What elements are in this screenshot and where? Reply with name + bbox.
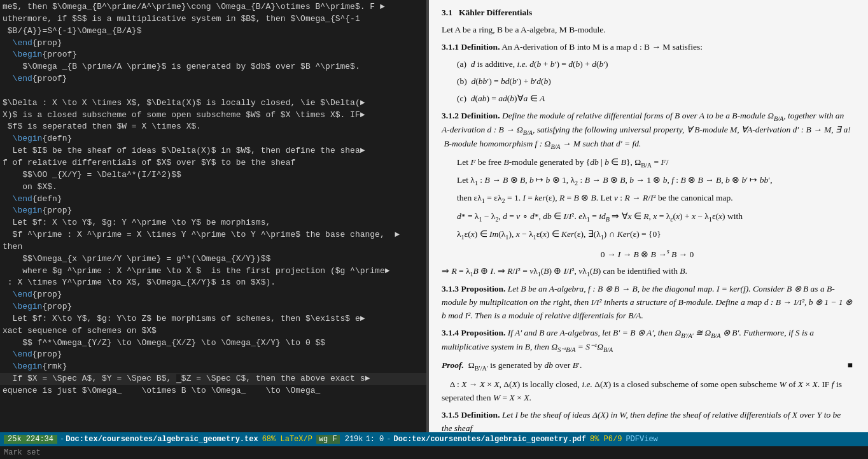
editor-line-20: $f ^\prime : X ^\prime = X \times Y ^\pr… [0,229,426,241]
latex-editor[interactable]: me$, then $\Omega_{B^\prime/A^\prime}\co… [0,0,426,432]
editor-line-30: \end{prop} [0,349,426,361]
editor-line-25: \end{prop} [0,289,426,301]
editor-line-29: $$ f^*\Omega_{Y/Z} \to \Omega_{X/Z} \to … [0,337,426,350]
condition-b: (b) d(bb′) = bd(b′) + b′d(b) [457,75,853,88]
status-line-col: 1: 0 [366,435,384,444]
editor-line-2: uthermore, if $S$ is a multiplicative sy… [0,13,426,25]
editor-line-1: me$, then $\Omega_{B^\prime/A^\prime}\co… [0,1,426,13]
editor-line-17: \end{defn} [0,194,426,206]
editor-line-26: \begin{prop} [0,301,426,313]
status-right-size: 219k [345,435,363,444]
editor-line-3: $B/{A}}=S^{-1}\Omega_{B/A}$ [0,25,426,38]
condition-a: (a) d is additive, i.e. d(b + b′) = d(b)… [457,58,853,71]
condition-c: (c) d(ab) = ad(b)∀a ∈ A [457,92,853,106]
editor-line-10: X)$ is a closed subscheme of some open s… [0,109,426,122]
proof-314: Proof. ΩB′/A′ is generated by db over B′… [442,359,853,373]
editor-line-33: equence is just $\Omega_ \otimes B \to \… [0,385,426,397]
def-315-heading: 3.1.5 Definition. Let I be the sheaf of … [442,409,853,432]
editor-line-24: : X \times Y^\prime \to X$, $\Omega_{X/Y… [0,277,426,289]
section-heading: 3.1 Kähler Differentials [442,6,853,20]
editor-line-12: \begin{defn} [0,133,426,145]
pdf-viewer[interactable]: 3.1 Kähler Differentials Let A be a ring… [429,0,868,432]
editor-line-28: xact sequence of schemes on $X$ [0,325,426,337]
editor-line-13: Let $I$ be the sheaf of ideas $\Delta(X)… [0,145,426,157]
prop-314-heading: 3.1.4 Proposition. If A′ and B are A-alg… [442,327,853,355]
editor-line-19: Let $f: X \to Y$, $g: Y ^\prime \to Y$ b… [0,217,426,229]
mini-status-text: Mark set [4,448,41,457]
editor-line-27: Let $f: X\to Y$, $g: Y\to Z$ be morphism… [0,313,426,325]
construction-line2: then ελ1 = ελ2 = 1. I = ker(ε), R = B ⊗ … [457,192,853,206]
editor-line-32: If $X = \Spec A$, $Y = \Spec B$, █$Z = \… [0,373,426,385]
construction-line1: Let λ1 : B → B ⊗ B, b ↦ b ⊗ 1, λ2 : B → … [457,174,853,188]
status-separator1: - [60,435,64,444]
editor-line-23: where $g ^\prime : X ^\prime \to X $ is … [0,265,426,278]
delta-text: Δ : X → X × X, Δ(X) is locally closed, i… [442,378,853,405]
editor-line-16: on $X$. [0,181,426,194]
editor-line-18: \begin{prop} [0,205,426,217]
exact-sequence-1: 0 → I → B ⊗ B →s B → 0 [442,246,853,261]
status-percentage: 8% P6/9 [590,435,622,444]
status-separator2: - [386,435,391,444]
editor-line-7: \end{proof} [0,73,426,85]
editor-line-6: $\Omega _{B \prime/A \prime}$ is generat… [0,61,426,73]
editor-line-5: \begin{proof} [0,49,426,61]
editor-line-8 [0,85,426,97]
def-311-heading: 3.1.1 Definition. An A-derivation of B i… [442,41,853,54]
editor-line-22: $$\Omega_{x \prime/Y \prime} = g^*(\Omeg… [0,253,426,265]
construction-intro: Let F be free B-module generated by {db … [457,156,853,170]
editor-line-11: $f$ is seperated then $W = X \times X$. [0,121,426,133]
status-mode: 68% LaTeX/P [262,435,312,444]
prop-313-heading: 3.1.3 Proposition. Let B be an A-algebra… [442,283,853,323]
editor-line-21: then [0,241,426,253]
editor-line-4: \end{prop} [0,38,426,50]
editor-line-31: \begin{rmk} [0,361,426,373]
editor-line-9: $\Delta : X \to X \times X$, $\Delta(X)$… [0,97,426,109]
editor-line-14: f of relative differentials of $X$ over … [0,157,426,169]
editor-line-15: $$\OO _{X/Y} = \Delta^*(I/I^2)$$ [0,169,426,181]
intro-text: Let A be a ring, B be a A-algebra, M B-m… [442,24,853,37]
construction-line3: d* = λ1 − λ2, d = v ∘ d*, db ∈ I/I². eλ1… [457,210,853,224]
status-bar: 25k 224:34 - Doc:tex/coursenotes/algebra… [0,432,868,446]
mini-status-bar: Mark set [0,446,868,459]
status-left-file: Doc:tex/coursenotes/algebraic_geometry.t… [66,435,258,444]
conclusion-text: ⇒ R = λ1B ⊕ I. ⇒ R/I² = vλ1(B) ⊕ I/I², v… [442,265,853,279]
construction-line4: λ1ε(x) ∈ Im(λ1), x − λ1ε(x) ∈ Ker(ε), ∃(… [457,228,853,242]
def-312-heading: 3.1.2 Definition. Define the module of r… [442,109,853,152]
status-wg: wg F [316,435,340,444]
status-viewer: PDFView [626,435,657,444]
status-position: 25k 224:34 [4,435,57,444]
status-right-file: Doc:tex/coursenotes/algebraic_geometry.p… [394,435,586,444]
